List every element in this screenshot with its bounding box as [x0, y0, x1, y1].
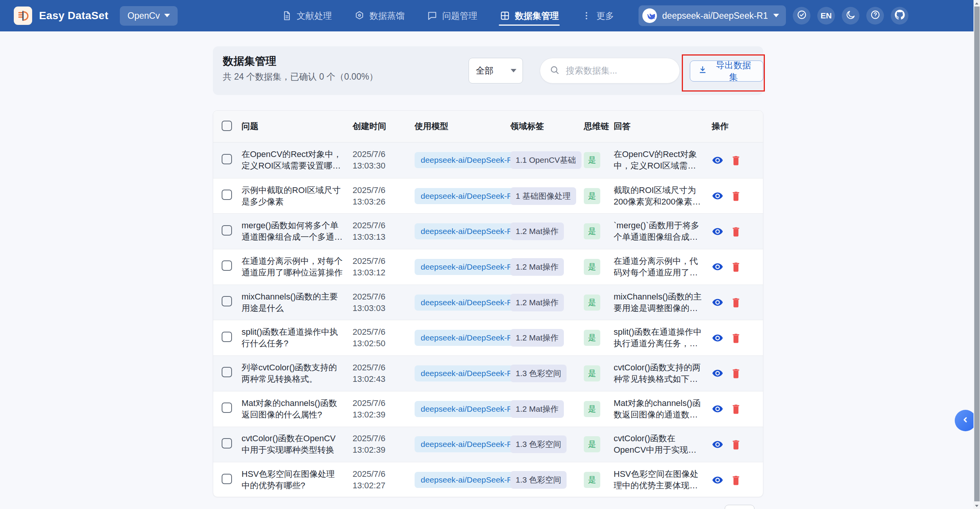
view-icon[interactable]: [712, 474, 724, 486]
nav-item-5[interactable]: 更多: [581, 0, 614, 31]
view-icon[interactable]: [712, 296, 724, 308]
model-badge: deepseek-ai/DeepSeek-R1: [415, 295, 523, 311]
page-size-select[interactable]: [725, 505, 755, 509]
scroll-down-icon[interactable]: [973, 502, 980, 509]
row-checkbox[interactable]: [222, 190, 232, 200]
row-checkbox[interactable]: [222, 296, 232, 306]
row-checkbox[interactable]: [222, 403, 232, 413]
table-row[interactable]: split()函数在通道操作中执行什么任务? 2025/7/6 13:02:50…: [213, 320, 763, 355]
github-button[interactable]: [891, 7, 908, 25]
table-row[interactable]: 示例中截取的ROI区域尺寸是多少像素 2025/7/6 13:03:26 dee…: [213, 178, 763, 214]
view-icon[interactable]: [712, 261, 724, 273]
domain-tag-badge[interactable]: 1.3 色彩空间: [510, 365, 567, 382]
github-icon: [895, 10, 905, 22]
filter-select[interactable]: 全部: [469, 58, 523, 83]
delete-icon[interactable]: [730, 439, 742, 450]
delete-icon[interactable]: [730, 226, 742, 237]
table-row[interactable]: mixChannels()函数的主要用途是什么 2025/7/6 13:03:0…: [213, 285, 763, 320]
col-domain-tag: 领域标签: [510, 121, 584, 132]
domain-tag-badge[interactable]: 1.2 Mat操作: [510, 400, 564, 418]
row-checkbox[interactable]: [222, 225, 232, 236]
theme-toggle-button[interactable]: [842, 7, 859, 25]
domain-tag-badge[interactable]: 1.1 OpenCV基础: [510, 151, 581, 169]
delete-icon[interactable]: [730, 154, 742, 166]
row-checkbox[interactable]: [222, 260, 232, 271]
scrollbar-thumb[interactable]: [974, 7, 980, 501]
scroll-up-icon[interactable]: [973, 0, 980, 7]
view-icon[interactable]: [712, 154, 724, 166]
nav-item-4[interactable]: 数据集管理: [500, 0, 559, 31]
view-icon[interactable]: [712, 403, 724, 415]
answer-cell: split()函数在通道操作中执行通道分离任务，具体负...: [614, 326, 712, 349]
model-badge: deepseek-ai/DeepSeek-R1: [415, 188, 523, 204]
created-time-cell: 2025/7/6 13:02:39: [353, 398, 415, 421]
created-clock: 13:03:26: [353, 196, 415, 208]
cot-badge: 是: [584, 401, 600, 417]
domain-tag-badge[interactable]: 1.3 色彩空间: [510, 435, 567, 453]
app-logo[interactable]: [14, 7, 32, 25]
view-icon[interactable]: [712, 439, 724, 450]
collapse-panel-tab[interactable]: [955, 410, 976, 431]
window-scrollbar[interactable]: [973, 0, 980, 509]
delete-icon[interactable]: [730, 474, 742, 486]
model-badge: deepseek-ai/DeepSeek-R1: [415, 330, 523, 346]
domain-tag-badge[interactable]: 1.2 Mat操作: [510, 258, 564, 276]
created-clock: 13:03:03: [353, 303, 415, 314]
view-icon[interactable]: [712, 332, 724, 344]
nav-item-3[interactable]: 问题管理: [427, 0, 477, 31]
delete-icon[interactable]: [730, 332, 742, 344]
domain-tag-badge[interactable]: 1 基础图像处理: [510, 187, 576, 205]
view-icon[interactable]: [712, 226, 724, 237]
row-checkbox[interactable]: [222, 332, 232, 342]
main-nav: 文献处理 数据蒸馏 问题管理 数据集管理 更多: [281, 0, 614, 31]
model-selector-label: deepseek-ai/DeepSeek-R1: [662, 11, 768, 21]
nav-item-1[interactable]: 文献处理: [281, 0, 332, 31]
domain-tag-badge[interactable]: 1.2 Mat操作: [510, 294, 564, 311]
table-row[interactable]: cvtColor()函数在OpenCV中用于实现哪种类型转换 2025/7/6 …: [213, 427, 763, 462]
search-box: [540, 58, 680, 83]
delete-icon[interactable]: [730, 367, 742, 379]
export-dataset-label: 导出数据集: [712, 59, 755, 83]
select-all-checkbox[interactable]: [222, 121, 232, 131]
project-selector[interactable]: OpenCv: [120, 6, 178, 26]
table-row[interactable]: 列举cvtColor()函数支持的两种常见转换格式。 2025/7/6 13:0…: [213, 355, 763, 391]
delete-icon[interactable]: [730, 261, 742, 273]
tasks-status-button[interactable]: [793, 7, 810, 25]
created-date: 2025/7/6: [353, 220, 415, 231]
row-checkbox[interactable]: [222, 367, 232, 377]
domain-tag-badge[interactable]: 1.3 色彩空间: [510, 471, 567, 489]
row-checkbox[interactable]: [222, 438, 232, 448]
row-checkbox[interactable]: [222, 474, 232, 484]
created-time-cell: 2025/7/6 13:03:30: [353, 149, 415, 172]
question-cell: 在通道分离示例中，对每个通道应用了哪种位运算操作: [242, 255, 353, 278]
export-dataset-button[interactable]: 导出数据集: [690, 61, 763, 82]
table-row[interactable]: 在通道分离示例中，对每个通道应用了哪种位运算操作 2025/7/6 13:03:…: [213, 249, 763, 285]
answer-cell: cvtColor()函数在OpenCV中用于实现图像颜色空间...: [614, 433, 712, 456]
search-input[interactable]: [566, 65, 679, 76]
domain-tag-badge[interactable]: 1.2 Mat操作: [510, 329, 564, 347]
view-icon[interactable]: [712, 190, 724, 202]
delete-icon[interactable]: [730, 296, 742, 308]
domain-tag-badge[interactable]: 1.2 Mat操作: [510, 223, 564, 240]
view-icon[interactable]: [712, 367, 724, 379]
navbar-right-group: deepseek-ai/DeepSeek-R1 EN: [639, 0, 908, 31]
language-button[interactable]: EN: [817, 7, 835, 25]
table-row[interactable]: Mat对象的channels()函数返回图像的什么属性? 2025/7/6 13…: [213, 391, 763, 427]
question-cell: cvtColor()函数在OpenCV中用于实现哪种类型转换: [242, 433, 353, 456]
row-checkbox[interactable]: [222, 154, 232, 164]
created-time-cell: 2025/7/6 13:03:12: [353, 255, 415, 278]
created-clock: 13:02:27: [353, 480, 415, 491]
table-row[interactable]: HSV色彩空间在图像处理中的优势有哪些? 2025/7/6 13:02:27 d…: [213, 462, 763, 497]
chevron-down-icon: [164, 14, 170, 18]
download-icon: [698, 65, 707, 77]
nav-item-label: 数据集管理: [515, 10, 559, 22]
cot-badge: 是: [584, 472, 600, 488]
delete-icon[interactable]: [730, 403, 742, 415]
table-row[interactable]: 在OpenCV的Rect对象中，定义ROI区域需要设置哪些参数 2025/7/6…: [213, 142, 763, 178]
delete-icon[interactable]: [730, 190, 742, 202]
nav-item-2[interactable]: 数据蒸馏: [354, 0, 405, 31]
table-row[interactable]: merge()函数如何将多个单通道图像组合成一个多通道图像 2025/7/6 1…: [213, 213, 763, 249]
model-selector[interactable]: deepseek-ai/DeepSeek-R1: [639, 5, 786, 26]
help-button[interactable]: [866, 7, 884, 25]
top-navbar: Easy DataSet OpenCv 文献处理 数据蒸馏 问题管理 数据集管理…: [0, 0, 973, 31]
